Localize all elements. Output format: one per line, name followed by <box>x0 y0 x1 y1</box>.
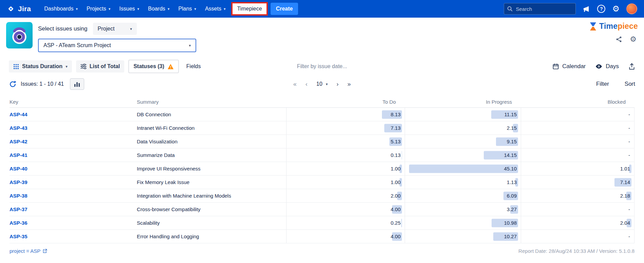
app-screen: Jira Dashboards▾Projects▾Issues▾Boards▾P… <box>0 0 644 263</box>
jira-logo[interactable]: Jira <box>7 5 31 13</box>
nav-item-issues[interactable]: Issues▾ <box>115 0 144 18</box>
selector-column: Select issues using Project ▾ ASP - ATea… <box>38 22 196 52</box>
report-toolbar: Status Duration ▾ List of Total Statuses… <box>0 58 644 75</box>
issue-key-link[interactable]: ASP-42 <box>10 139 137 144</box>
chevron-down-icon: ▾ <box>326 82 328 86</box>
prev-page-button[interactable]: ‹ <box>306 81 308 88</box>
app-header: Select issues using Project ▾ ASP - ATea… <box>0 18 644 58</box>
nav-menu: Dashboards▾Projects▾Issues▾Boards▾Plans▾… <box>40 0 230 18</box>
first-page-button[interactable]: « <box>293 81 297 88</box>
last-page-button[interactable]: » <box>347 81 351 88</box>
duration-cell-todo: 1.00 <box>286 162 405 175</box>
chevron-down-icon: ▾ <box>137 7 140 11</box>
export-icon <box>628 63 635 70</box>
sort-button[interactable]: Sort <box>625 81 635 87</box>
page-size-dropdown[interactable]: 10 ▾ <box>316 81 328 87</box>
duration-value: 0.13 <box>391 152 401 158</box>
calendar-button[interactable]: Calendar <box>552 63 586 70</box>
issue-summary: Cross-browser Compatibility <box>137 206 286 212</box>
duration-value: 1.01 <box>620 166 630 171</box>
col-header-todo: To Do <box>286 99 405 105</box>
help-icon[interactable]: ? <box>597 5 605 13</box>
col-header-key: Key <box>10 99 137 105</box>
duration-cell-in-progress: 6.09 <box>405 189 521 202</box>
nav-item-label: Dashboards <box>44 6 73 12</box>
duration-cell-blocked: 2.04 <box>521 216 634 229</box>
jql-filter-link[interactable]: project = ASP <box>10 248 48 254</box>
duration-value: 14.15 <box>504 152 517 158</box>
duration-cell-blocked: 1.01 <box>521 162 634 175</box>
issue-key-link[interactable]: ASP-39 <box>10 179 137 185</box>
chevron-down-icon: ▾ <box>109 7 111 11</box>
announcements-icon[interactable] <box>583 5 590 13</box>
issue-key-link[interactable]: ASP-40 <box>10 166 137 171</box>
issue-summary: Improve UI Responsiveness <box>137 166 286 171</box>
table-row: ASP-36Scalability0.2510.982.04 <box>10 216 634 230</box>
nav-item-boards[interactable]: Boards▾ <box>144 0 174 18</box>
status-duration-table: Key Summary To Do In Progress Blocked AS… <box>10 96 634 243</box>
duration-value: 2.15 <box>507 125 517 131</box>
grid-icon <box>13 64 19 69</box>
issue-key-link[interactable]: ASP-43 <box>10 125 137 131</box>
filter-button[interactable]: Filter <box>596 81 609 87</box>
duration-value: - <box>628 125 630 131</box>
project-select[interactable]: ASP - ATeam Scrum Project ▾ <box>38 39 196 52</box>
eye-icon <box>595 63 603 69</box>
report-settings-gear-icon[interactable]: ⚙ <box>630 36 637 43</box>
next-page-button[interactable]: › <box>336 81 338 88</box>
duration-value: 6.09 <box>507 193 517 199</box>
nav-item-plans[interactable]: Plans▾ <box>174 0 201 18</box>
nav-item-dashboards[interactable]: Dashboards▾ <box>40 0 82 18</box>
issues-range-label: Issues: 1 - 10 / 41 <box>21 81 64 87</box>
days-label: Days <box>606 63 619 70</box>
table-row: ASP-40Improve UI Responsiveness1.0045.10… <box>10 162 634 176</box>
report-type-dropdown[interactable]: Status Duration ▾ <box>9 60 72 73</box>
days-toggle[interactable]: Days <box>595 63 619 70</box>
nav-item-timepiece-highlighted[interactable]: Timepiece <box>231 2 268 16</box>
refresh-icon[interactable] <box>9 80 17 88</box>
report-footer: project = ASP Report Date: 28/Aug/24 10:… <box>0 248 644 254</box>
issue-key-link[interactable]: ASP-36 <box>10 220 137 226</box>
duration-cell-in-progress: 14.15 <box>405 148 521 162</box>
col-header-blocked: Blocked <box>521 99 634 105</box>
statuses-button[interactable]: Statuses (3) <box>128 60 179 73</box>
create-button[interactable]: Create <box>271 3 298 15</box>
nav-item-projects[interactable]: Projects▾ <box>82 0 115 18</box>
search-input[interactable] <box>504 3 576 15</box>
user-avatar[interactable] <box>626 3 637 14</box>
duration-value: 4.00 <box>391 206 401 212</box>
issue-source-dropdown[interactable]: Project ▾ <box>93 23 137 35</box>
issue-source-value: Project <box>98 26 115 32</box>
calendar-label: Calendar <box>562 63 586 70</box>
export-button[interactable] <box>628 63 635 70</box>
chart-view-button[interactable] <box>70 78 84 90</box>
duration-value: 2.00 <box>391 193 401 199</box>
duration-value: - <box>628 152 630 158</box>
sliders-icon <box>80 64 87 69</box>
duration-cell-in-progress: 10.98 <box>405 216 521 229</box>
issue-key-link[interactable]: ASP-41 <box>10 152 137 158</box>
issue-key-link[interactable]: ASP-38 <box>10 193 137 199</box>
fields-button[interactable]: Fields <box>183 60 204 73</box>
brand-piece-text: piece <box>618 22 638 31</box>
duration-value: - <box>628 234 630 239</box>
list-of-total-button[interactable]: List of Total <box>76 60 124 73</box>
duration-cell-todo: 8.13 <box>286 108 405 121</box>
issue-key-link[interactable]: ASP-35 <box>10 234 137 239</box>
duration-cell-in-progress: 9.15 <box>405 135 521 148</box>
share-icon[interactable] <box>615 36 622 43</box>
duration-value: 7.13 <box>391 125 401 131</box>
fields-label: Fields <box>186 63 201 69</box>
duration-cell-in-progress: 10.27 <box>405 230 521 243</box>
issue-summary: Summarize Data <box>137 152 286 158</box>
project-select-value: ASP - ATeam Scrum Project <box>43 42 111 48</box>
duration-cell-todo: 0.13 <box>286 148 405 162</box>
duration-cell-in-progress: 3.27 <box>405 203 521 216</box>
issue-date-filter[interactable]: Filter by issue date... <box>297 63 347 69</box>
list-of-total-label: List of Total <box>90 63 120 69</box>
issue-key-link[interactable]: ASP-37 <box>10 206 137 212</box>
duration-cell-blocked: - <box>521 230 634 243</box>
nav-item-assets[interactable]: Assets▾ <box>201 0 230 18</box>
settings-gear-icon[interactable]: ⚙ <box>612 5 620 13</box>
issue-key-link[interactable]: ASP-44 <box>10 112 137 117</box>
